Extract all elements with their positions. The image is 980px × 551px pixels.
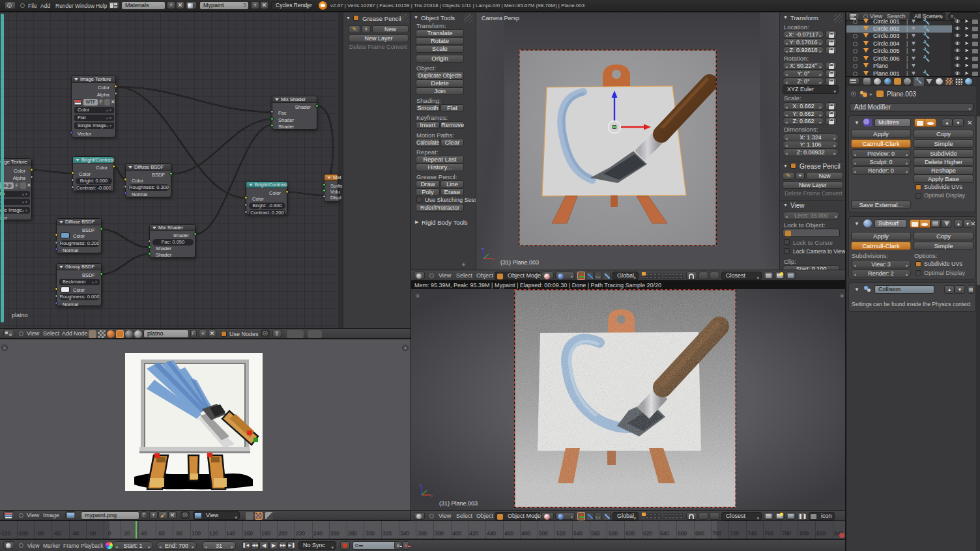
svg-text:x: x	[493, 257, 495, 261]
svg-text:z: z	[482, 247, 483, 251]
svg-text:x: x	[431, 494, 433, 498]
svg-text:z: z	[420, 483, 422, 487]
